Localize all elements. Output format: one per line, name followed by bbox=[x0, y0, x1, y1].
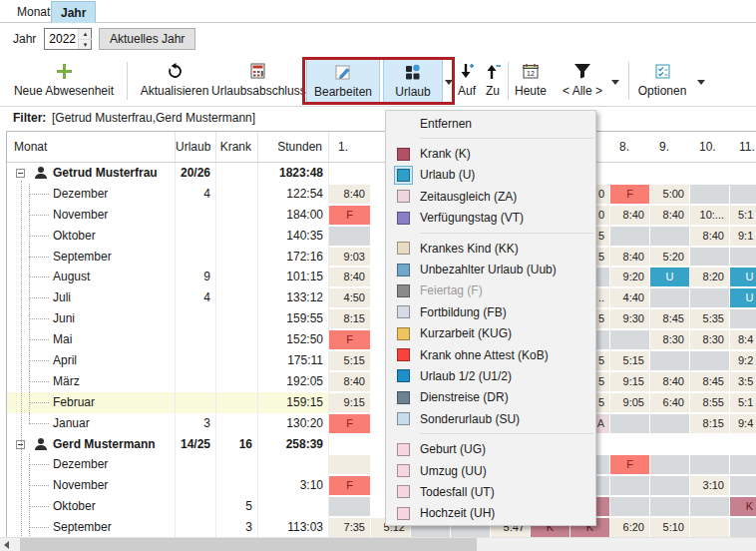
menu-item[interactable]: Entfernen bbox=[386, 113, 595, 134]
employee-name[interactable]: Getrud Musterfrau bbox=[7, 163, 176, 184]
day-cell[interactable]: 8:40 bbox=[329, 184, 371, 205]
day-cell[interactable] bbox=[690, 287, 730, 308]
day-cell[interactable]: 8:40 bbox=[610, 205, 650, 226]
table-row[interactable]: September172:169:0358:405:20 bbox=[7, 247, 756, 268]
day-cell[interactable]: 8:45 bbox=[690, 371, 730, 392]
month-name[interactable]: Mai bbox=[7, 329, 176, 350]
day-cell[interactable] bbox=[329, 454, 371, 475]
day-cell[interactable]: 6:40 bbox=[650, 392, 690, 413]
day-cell[interactable]: 8:40 bbox=[650, 205, 690, 226]
day-cell[interactable]: 7:35 bbox=[329, 517, 371, 537]
menu-item[interactable]: Feiertag (F) bbox=[386, 280, 595, 301]
day-cell[interactable]: 5:15 bbox=[610, 350, 650, 371]
scrollbar-thumb[interactable] bbox=[20, 538, 477, 551]
day-cell[interactable] bbox=[730, 454, 756, 475]
day-cell[interactable]: 4:40 bbox=[610, 287, 650, 308]
day-cell[interactable]: 5:1 bbox=[730, 205, 756, 226]
table-row[interactable]: November184:00F08:408:4010:...5:1 bbox=[7, 205, 756, 226]
month-name[interactable]: Februar bbox=[7, 392, 176, 413]
day-cell[interactable] bbox=[650, 287, 690, 308]
day-cell[interactable]: F bbox=[329, 413, 371, 434]
menu-item[interactable]: Sonderurlaub (SU) bbox=[386, 408, 595, 429]
day-cell[interactable]: 8:40 bbox=[650, 371, 690, 392]
day-cell[interactable] bbox=[650, 350, 690, 371]
month-name[interactable]: Juni bbox=[7, 308, 176, 329]
day-cell[interactable]: 5:35 bbox=[690, 308, 730, 329]
horizontal-scrollbar[interactable] bbox=[0, 537, 756, 551]
month-name[interactable]: Januar bbox=[7, 413, 176, 434]
day-cell[interactable] bbox=[730, 247, 756, 268]
table-row[interactable]: DezemberF bbox=[7, 454, 756, 475]
filter-dropdown-icon[interactable] bbox=[611, 80, 619, 85]
day-cell[interactable]: 8:40 bbox=[329, 371, 371, 392]
day-cell[interactable] bbox=[610, 329, 650, 350]
collapse-all-button[interactable]: Zu bbox=[481, 59, 505, 104]
day-cell[interactable]: 6:20 bbox=[610, 517, 650, 537]
day-cell[interactable] bbox=[610, 226, 650, 247]
expand-all-button[interactable]: Auf bbox=[454, 59, 480, 104]
day-cell[interactable]: 8:40 bbox=[329, 267, 371, 287]
day-cell[interactable] bbox=[329, 226, 371, 247]
day-cell[interactable]: 5:1 bbox=[730, 392, 756, 413]
table-row[interactable]: Juni159:558:1559:308:455:35 bbox=[7, 308, 756, 329]
day-cell[interactable] bbox=[650, 226, 690, 247]
month-name[interactable]: September bbox=[7, 247, 176, 268]
table-row[interactable]: April175:115:1555:159:2 bbox=[7, 350, 756, 371]
menu-item[interactable]: Unbezahlter Urlaub (Uub) bbox=[386, 259, 595, 279]
employee-name[interactable]: Gerd Mustermann bbox=[7, 434, 176, 455]
day-cell[interactable]: K bbox=[730, 496, 756, 517]
day-cell[interactable] bbox=[610, 475, 650, 496]
day-cell[interactable]: 5:15 bbox=[329, 350, 371, 371]
table-row[interactable]: Januar3130:20FA8:159:4 bbox=[7, 413, 756, 434]
day-cell[interactable]: 9:15 bbox=[329, 392, 371, 413]
month-name[interactable]: Dezember bbox=[7, 184, 176, 205]
refresh-button[interactable]: Aktualisieren bbox=[132, 59, 217, 104]
day-cell[interactable] bbox=[730, 308, 756, 329]
menu-item[interactable]: Urlaub 1/2 (U1/2) bbox=[386, 365, 595, 386]
day-cell[interactable] bbox=[730, 517, 756, 537]
day-cell[interactable] bbox=[690, 496, 730, 517]
day-cell[interactable] bbox=[690, 247, 730, 268]
table-row[interactable]: März192:058:4059:158:408:453:5 bbox=[7, 371, 756, 392]
menu-item[interactable]: Krank (K) bbox=[386, 143, 595, 164]
options-dropdown-icon[interactable] bbox=[697, 80, 705, 85]
table-row[interactable]: Mai152:50F8:308:308:4 bbox=[7, 329, 756, 350]
day-cell[interactable] bbox=[690, 184, 730, 205]
vacation-type-button[interactable]: Urlaub bbox=[383, 59, 443, 104]
edit-button[interactable]: Bearbeiten bbox=[306, 59, 380, 104]
day-cell[interactable]: 8:4 bbox=[730, 329, 756, 350]
menu-item[interactable]: Urlaub (U) bbox=[386, 165, 595, 186]
table-row[interactable]: November3:10F3:10 bbox=[7, 475, 756, 496]
menu-item[interactable]: Geburt (UG) bbox=[386, 438, 595, 459]
day-cell[interactable]: 8:30 bbox=[650, 329, 690, 350]
day-cell[interactable] bbox=[650, 454, 690, 475]
day-cell[interactable]: 5:00 bbox=[650, 184, 690, 205]
menu-item[interactable]: Dienstreise (DR) bbox=[386, 387, 595, 408]
day-cell[interactable]: 5:20 bbox=[650, 247, 690, 268]
menu-item[interactable]: Hochzeit (UH) bbox=[386, 503, 595, 524]
day-cell[interactable] bbox=[650, 413, 690, 434]
day-cell[interactable] bbox=[610, 413, 650, 434]
day-cell[interactable]: U bbox=[730, 267, 756, 287]
menu-item[interactable]: Zeitausgleich (ZA) bbox=[386, 186, 595, 207]
day-cell[interactable] bbox=[610, 496, 650, 517]
day-cell[interactable]: F bbox=[610, 454, 650, 475]
day-cell[interactable]: F bbox=[329, 205, 371, 226]
table-row[interactable]: Getrud Musterfrau20/261823:48 bbox=[7, 163, 756, 184]
year-input[interactable] bbox=[45, 29, 78, 49]
day-cell[interactable]: 9:05 bbox=[610, 392, 650, 413]
month-name[interactable]: April bbox=[7, 350, 176, 371]
day-cell[interactable] bbox=[650, 496, 690, 517]
options-button[interactable]: Optionen bbox=[634, 59, 690, 104]
table-row[interactable]: August9101:158:409:20U8:20U bbox=[7, 267, 756, 287]
day-cell[interactable] bbox=[730, 475, 756, 496]
day-cell[interactable]: 8:45 bbox=[650, 308, 690, 329]
day-cell[interactable]: 8:15 bbox=[329, 308, 371, 329]
day-cell[interactable]: 9:2 bbox=[730, 350, 756, 371]
day-cell[interactable] bbox=[730, 184, 756, 205]
day-cell[interactable]: F bbox=[329, 329, 371, 350]
table-row[interactable]: September3113:037:355:125:47KK6:205:10 bbox=[7, 517, 756, 537]
day-cell[interactable] bbox=[690, 454, 730, 475]
month-name[interactable]: Oktober bbox=[7, 496, 176, 517]
month-name[interactable]: November bbox=[7, 475, 176, 496]
